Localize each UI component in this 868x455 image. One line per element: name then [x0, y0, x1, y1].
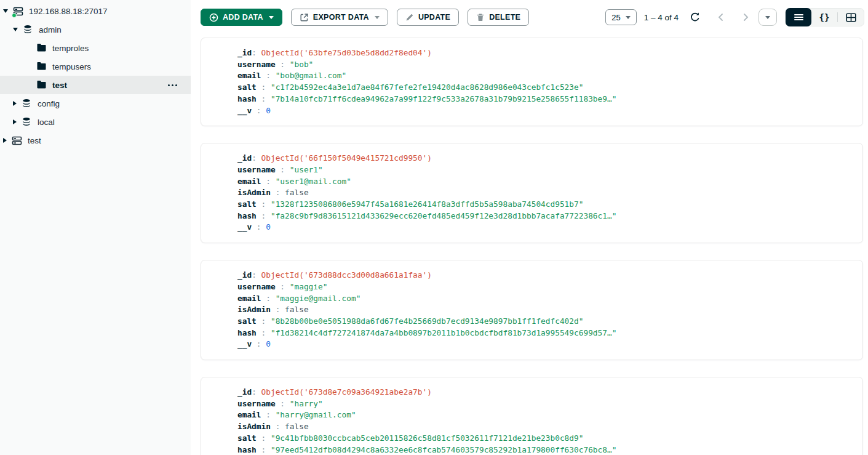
sidebar-db-admin[interactable]: admin [0, 20, 191, 39]
field-key[interactable]: username [237, 165, 276, 174]
chevron-down-icon[interactable] [3, 9, 8, 13]
field-key[interactable]: email [237, 294, 261, 303]
field-value[interactable]: false [285, 422, 309, 431]
field-key[interactable]: email [237, 410, 261, 419]
field-key[interactable]: _id [237, 387, 252, 397]
field-value[interactable]: "f1d38214c4df727241874da7a4bb0897b2011b1… [271, 328, 616, 337]
field-key[interactable]: username [237, 60, 276, 69]
field-value[interactable]: "maggie@gmail.com" [276, 294, 361, 303]
chevron-right-icon[interactable] [13, 101, 17, 106]
field-value[interactable]: ObjectId('673d8e7c09a364921abe2a7b') [261, 387, 432, 397]
table-view-button[interactable] [838, 8, 864, 26]
collection-menu-button[interactable] [168, 84, 177, 86]
field-key[interactable]: isAdmin [237, 188, 271, 197]
document-card[interactable]: _id: ObjectId('66f150f5049e415721cd9950'… [201, 143, 863, 243]
field-value[interactable]: "fa28c9bf9d83615121d433629ecc620efd485ed… [271, 211, 616, 220]
trash-icon [476, 13, 485, 22]
field-key[interactable]: _id [237, 153, 252, 163]
next-page-button[interactable] [738, 9, 754, 25]
field-key[interactable]: hash [237, 211, 257, 220]
field-key[interactable]: username [237, 399, 276, 408]
chevron-right-icon[interactable] [3, 138, 7, 143]
json-view-button[interactable]: {} [811, 8, 837, 26]
document-field: email : "user1@mail.com" [237, 176, 850, 188]
chevron-down-icon[interactable] [13, 28, 18, 31]
pencil-icon [405, 13, 414, 22]
field-value[interactable]: "97eed5412dfb08d4294c8a6332ee6c8fcab5746… [271, 445, 616, 454]
document-field: username : "maggie" [237, 281, 850, 293]
field-value[interactable]: false [285, 305, 309, 314]
field-key[interactable]: email [237, 177, 261, 186]
field-value[interactable]: false [285, 188, 309, 197]
field-key[interactable]: hash [237, 445, 257, 454]
field-value[interactable]: "bob@gmail.com" [276, 71, 347, 80]
options-dropdown-button[interactable] [759, 9, 777, 26]
field-separator: : [276, 60, 290, 69]
document-field: isAdmin : false [237, 304, 850, 316]
field-separator: : [257, 445, 271, 454]
field-key[interactable]: _id [237, 270, 252, 280]
update-button[interactable]: UPDATE [397, 9, 459, 26]
field-key[interactable]: __v [237, 106, 252, 115]
list-view-button[interactable] [786, 8, 811, 26]
field-separator: : [261, 71, 276, 80]
page-size-select[interactable]: 25 [605, 9, 636, 25]
field-value[interactable]: 0 [266, 106, 271, 115]
field-value[interactable]: "bob" [290, 60, 314, 69]
field-value[interactable]: ObjectId('63bfe75d03be5d8dd2f8ed04') [261, 48, 432, 57]
sidebar-collection-test[interactable]: test [0, 76, 191, 94]
delete-button[interactable]: DELETE [468, 9, 529, 26]
field-key[interactable]: salt [237, 433, 257, 443]
field-key[interactable]: hash [237, 94, 257, 103]
database-icon [23, 25, 33, 35]
add-data-button[interactable]: ADD DATA [201, 9, 282, 26]
field-value[interactable]: "user1" [290, 165, 323, 174]
field-value[interactable]: ObjectId('66f150f5049e415721cd9950') [261, 153, 432, 163]
document-card[interactable]: _id: ObjectId('673d8e7c09a364921abe2a7b'… [201, 377, 863, 455]
field-value[interactable]: "9c41bfbb8030ccbcab5ceb20115826c58d81cf5… [271, 433, 584, 443]
field-value[interactable]: "user1@mail.com" [276, 177, 351, 186]
field-value[interactable]: "harry" [290, 399, 323, 408]
field-key[interactable]: _id [237, 48, 252, 57]
chevron-left-icon [716, 12, 726, 22]
sidebar-db-local[interactable]: local [0, 113, 191, 131]
sidebar-collection-tempusers[interactable]: tempusers [0, 57, 191, 76]
sidebar-db-config[interactable]: config [0, 94, 191, 113]
field-key[interactable]: salt [237, 316, 257, 326]
field-value[interactable]: "harry@gmail.com" [276, 410, 356, 419]
field-key[interactable]: email [237, 71, 261, 80]
field-key[interactable]: isAdmin [237, 305, 271, 314]
field-key[interactable]: salt [237, 83, 257, 92]
field-key[interactable]: isAdmin [237, 422, 271, 431]
sidebar-connection-192[interactable]: 192.168.88.18:27017 [0, 2, 191, 20]
field-value[interactable]: ObjectId('673d88dcc3d00d8a661a1faa') [261, 270, 432, 280]
field-value[interactable]: "8b28b00be0e5051988da6fd67fe4b25669db7ec… [271, 316, 584, 326]
field-key[interactable]: __v [237, 339, 252, 348]
field-separator: : [271, 305, 285, 314]
refresh-button[interactable] [687, 9, 703, 25]
document-card[interactable]: _id: ObjectId('63bfe75d03be5d8dd2f8ed04'… [201, 38, 863, 126]
field-key[interactable]: salt [237, 199, 257, 209]
field-value[interactable]: "7b14a10fcb71ff6cdea94962a7a99f122f9c533… [271, 94, 616, 103]
field-value[interactable]: "c1f2b4592ec4a3e1d7ae84f67fefe2fe19420d4… [271, 83, 584, 92]
field-key[interactable]: username [237, 282, 276, 291]
chevron-right-icon[interactable] [13, 119, 17, 124]
sidebar-connection-test[interactable]: test [0, 131, 191, 150]
sidebar-collection-temproles[interactable]: temproles [0, 39, 191, 57]
field-value[interactable]: 0 [266, 339, 271, 348]
app-window: 192.168.88.18:27017 admin temproles temp… [0, 0, 868, 455]
field-value[interactable]: "1328f1235086806e5947f45a1681e26414f8a3d… [271, 199, 584, 209]
field-separator: : [271, 422, 285, 431]
prev-page-button[interactable] [713, 9, 729, 25]
document-card[interactable]: _id: ObjectId('673d88dcc3d00d8a661a1faa'… [201, 260, 863, 360]
documents-panel: ADD DATA EXPORT DATA UPDATE DELETE 25 [191, 0, 868, 455]
field-key[interactable]: hash [237, 328, 257, 337]
field-separator: : [252, 106, 266, 115]
field-value[interactable]: "maggie" [290, 282, 328, 291]
export-data-button[interactable]: EXPORT DATA [291, 9, 388, 26]
server-icon [12, 135, 22, 146]
chevron-down-icon [765, 16, 770, 19]
field-key[interactable]: __v [237, 222, 252, 232]
field-value[interactable]: 0 [266, 222, 271, 232]
field-separator: : [252, 339, 266, 348]
